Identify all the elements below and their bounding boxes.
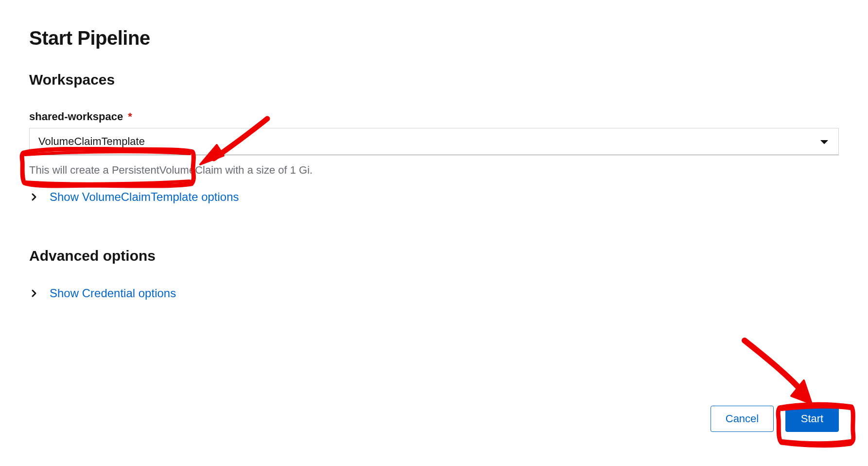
- caret-down-icon: [820, 135, 828, 148]
- start-pipeline-dialog: Start Pipeline Workspaces shared-workspa…: [0, 0, 868, 466]
- shared-workspace-select[interactable]: VolumeClaimTemplate: [29, 128, 839, 155]
- shared-workspace-label-text: shared-workspace: [29, 110, 123, 123]
- show-credential-options-toggle[interactable]: Show Credential options: [29, 287, 839, 300]
- shared-workspace-label: shared-workspace *: [29, 110, 839, 123]
- advanced-options-section: Advanced options Show Credential options: [29, 248, 839, 300]
- required-asterisk: *: [128, 111, 132, 122]
- dialog-footer: Cancel Start: [711, 406, 839, 432]
- chevron-right-icon: [29, 193, 39, 201]
- shared-workspace-help-text: This will create a PersistentVolumeClaim…: [29, 164, 839, 177]
- show-volumeclaimtemplate-options-toggle[interactable]: Show VolumeClaimTemplate options: [29, 190, 839, 204]
- page-title: Start Pipeline: [29, 27, 839, 49]
- start-button[interactable]: Start: [785, 406, 839, 432]
- show-volumeclaimtemplate-options-label: Show VolumeClaimTemplate options: [50, 190, 239, 204]
- chevron-right-icon: [29, 289, 39, 297]
- workspaces-heading: Workspaces: [29, 72, 839, 88]
- advanced-options-heading: Advanced options: [29, 248, 839, 264]
- cancel-button[interactable]: Cancel: [711, 406, 774, 432]
- shared-workspace-select-wrap: VolumeClaimTemplate: [29, 128, 839, 155]
- annotation-arrow-to-start: [739, 336, 821, 409]
- show-credential-options-label: Show Credential options: [50, 287, 176, 300]
- shared-workspace-selected-value: VolumeClaimTemplate: [38, 135, 145, 148]
